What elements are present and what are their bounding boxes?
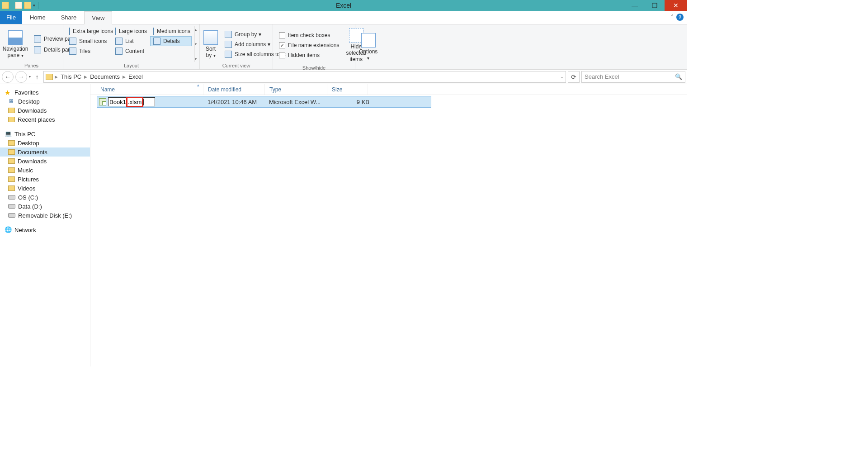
history-dropdown-icon[interactable]: ▾ xyxy=(29,75,31,79)
address-bar[interactable]: ▶ This PC ▶ Documents ▶ Excel ⌄ xyxy=(43,71,566,83)
sort-by-button[interactable]: Sort by ▾ xyxy=(203,26,219,62)
add-columns-icon xyxy=(225,41,232,48)
file-size: 9 KB xyxy=(331,99,369,105)
navigation-pane-button[interactable]: Navigation pane ▾ xyxy=(3,26,28,62)
breadcrumb-documents[interactable]: Documents xyxy=(89,73,121,80)
tree-item-documents[interactable]: Documents xyxy=(0,147,90,157)
layout-more-button[interactable]: ▾ xyxy=(195,56,197,62)
drive-icon xyxy=(8,195,15,200)
large-icons-button[interactable]: Large icons xyxy=(112,26,149,36)
details-view-button[interactable]: Details xyxy=(150,36,192,46)
tab-home[interactable]: Home xyxy=(22,11,53,24)
tab-view[interactable]: View xyxy=(84,11,112,24)
chevron-right-icon[interactable]: ▶ xyxy=(84,75,87,79)
qat-dropdown-icon[interactable]: ▾ xyxy=(33,3,35,8)
qat-folder-icon[interactable] xyxy=(2,2,9,9)
tree-item-os-c[interactable]: OS (C:) xyxy=(0,193,90,202)
navigation-pane-icon xyxy=(8,30,23,45)
folder-icon xyxy=(8,158,15,164)
checkbox-checked-icon: ✓ xyxy=(279,42,285,48)
layout-scroll-down[interactable]: ▾ xyxy=(195,41,197,48)
tree-item-data-d[interactable]: Data (D:) xyxy=(0,202,90,211)
tree-item-videos[interactable]: Videos xyxy=(0,184,90,193)
minimize-button[interactable]: — xyxy=(625,0,645,11)
list-button[interactable]: List xyxy=(112,36,149,46)
hidden-items-toggle[interactable]: Hidden items xyxy=(276,50,342,60)
tab-file[interactable]: File xyxy=(0,11,22,24)
extra-large-icons-button[interactable]: Extra large icons xyxy=(66,26,111,36)
tiles-icon xyxy=(69,48,76,55)
tree-item-downloads[interactable]: Downloads xyxy=(0,106,90,115)
file-type: Microsoft Excel W... xyxy=(269,99,331,105)
search-placeholder: Search Excel xyxy=(585,73,619,80)
content-area: ★Favorites 🖥Desktop Downloads Recent pla… xyxy=(0,84,687,366)
text-caret xyxy=(143,99,144,105)
navigation-pane: ★Favorites 🖥Desktop Downloads Recent pla… xyxy=(0,84,90,366)
tree-item-desktop[interactable]: 🖥Desktop xyxy=(0,97,90,106)
star-icon: ★ xyxy=(5,89,12,96)
tree-favorites[interactable]: ★Favorites xyxy=(0,88,90,97)
up-button[interactable]: ↑ xyxy=(33,72,42,81)
minimize-ribbon-icon[interactable]: ˄ xyxy=(671,14,674,20)
column-header-type[interactable]: Type xyxy=(265,84,327,95)
tree-this-pc[interactable]: 💻This PC xyxy=(0,129,90,138)
group-label-panes: Panes xyxy=(3,62,60,68)
tree-item-removable-e[interactable]: Removable Disk (E:) xyxy=(0,211,90,220)
tree-item-downloads2[interactable]: Downloads xyxy=(0,157,90,166)
file-row[interactable]: Book1 .xlsm 1/4/2021 10:46 AM Microsoft … xyxy=(97,96,431,108)
window-title: Excel xyxy=(0,2,687,9)
folder-icon xyxy=(8,176,15,182)
filename-base: Book1 xyxy=(109,99,126,105)
content-icon xyxy=(115,48,123,55)
ribbon-tabs: File Home Share View ˄ ? xyxy=(0,11,687,24)
checkbox-icon xyxy=(279,32,285,38)
search-input[interactable]: Search Excel 🔍 xyxy=(581,71,685,83)
tree-item-pictures[interactable]: Pictures xyxy=(0,175,90,184)
breadcrumb-excel[interactable]: Excel xyxy=(127,73,144,80)
tree-item-music[interactable]: Music xyxy=(0,166,90,175)
preview-pane-icon xyxy=(34,35,41,43)
details-pane-icon xyxy=(34,46,41,53)
small-icons-button[interactable]: Small icons xyxy=(66,36,111,46)
tree-item-desktop2[interactable]: Desktop xyxy=(0,138,90,147)
computer-icon: 💻 xyxy=(5,130,12,138)
tree-network[interactable]: 🌐Network xyxy=(0,225,90,234)
folder-icon xyxy=(8,140,15,146)
folder-icon xyxy=(8,117,15,122)
folder-icon xyxy=(8,167,15,173)
forward-button[interactable]: → xyxy=(15,71,27,83)
column-header-date[interactable]: Date modified xyxy=(203,84,265,95)
help-icon[interactable]: ? xyxy=(676,14,684,21)
group-label-currentview: Current view xyxy=(203,62,270,68)
checkbox-icon xyxy=(279,52,285,58)
sort-by-label: Sort by ▾ xyxy=(203,46,218,58)
drive-icon xyxy=(8,204,15,209)
chevron-right-icon[interactable]: ▶ xyxy=(55,75,58,79)
tiles-button[interactable]: Tiles xyxy=(66,46,111,56)
content-button[interactable]: Content xyxy=(112,46,149,56)
file-extensions-toggle[interactable]: ✓File name extensions xyxy=(276,40,342,50)
layout-scroll-up[interactable]: ▴ xyxy=(195,26,197,33)
options-button[interactable]: Options▾ xyxy=(358,26,378,67)
breadcrumb-this-pc[interactable]: This PC xyxy=(60,73,82,80)
tab-share[interactable]: Share xyxy=(53,11,85,24)
column-header-name[interactable]: Name ▴ xyxy=(90,84,203,95)
group-by-icon xyxy=(225,31,232,38)
column-header-size[interactable]: Size xyxy=(327,84,368,95)
item-check-boxes-toggle[interactable]: Item check boxes xyxy=(276,30,342,40)
extra-large-icons-icon xyxy=(69,28,70,35)
column-headers: Name ▴ Date modified Type Size xyxy=(90,84,687,95)
close-button[interactable]: ✕ xyxy=(665,0,687,11)
size-columns-icon xyxy=(225,51,232,58)
rename-input[interactable]: Book1 .xlsm xyxy=(108,97,155,106)
tree-item-recent[interactable]: Recent places xyxy=(0,115,90,124)
address-dropdown-icon[interactable]: ⌄ xyxy=(560,75,564,79)
options-label: Options▾ xyxy=(359,48,377,61)
back-button[interactable]: ← xyxy=(2,71,14,83)
qat-properties-icon[interactable] xyxy=(15,2,22,9)
qat-open-icon[interactable] xyxy=(24,2,31,9)
chevron-right-icon[interactable]: ▶ xyxy=(123,75,126,79)
refresh-button[interactable]: ⟳ xyxy=(568,71,580,83)
maximize-button[interactable]: ❐ xyxy=(645,0,665,11)
medium-icons-button[interactable]: Medium icons xyxy=(150,26,192,36)
